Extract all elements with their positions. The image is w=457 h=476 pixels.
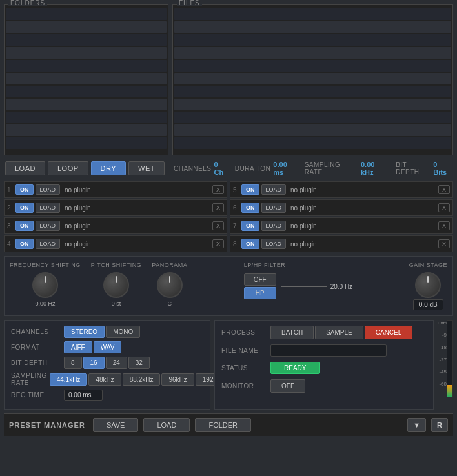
- batch-button[interactable]: BATCH: [270, 326, 314, 339]
- filter-freq-value: 20.0 Hz: [330, 283, 352, 290]
- preset-manager-label: PRESET MANAGER: [9, 421, 85, 429]
- dry-button[interactable]: DRY: [91, 161, 127, 175]
- transport-info: CHANNELS 0 Ch DURATION 0.00 ms SAMPLING …: [174, 161, 452, 176]
- load-button[interactable]: LOAD: [5, 161, 45, 175]
- bd-16-button[interactable]: 16: [83, 357, 105, 369]
- panorama-knob[interactable]: [157, 272, 183, 298]
- slot-x-8[interactable]: X: [438, 239, 450, 248]
- preset-folder-button[interactable]: FOLDER: [195, 418, 251, 432]
- freq-shift-knob[interactable]: [32, 272, 58, 298]
- list-item[interactable]: [174, 8, 451, 20]
- sr-882-button[interactable]: 88.2kHz: [123, 373, 161, 386]
- bd-24-button[interactable]: 24: [106, 357, 127, 369]
- aiff-button[interactable]: AIFF: [64, 341, 92, 353]
- slot-x-3[interactable]: X: [212, 221, 224, 230]
- list-item[interactable]: [6, 124, 167, 136]
- list-item[interactable]: [174, 34, 451, 46]
- filter-off-button[interactable]: OFF: [244, 273, 276, 286]
- list-item[interactable]: [174, 86, 451, 97]
- slot-load-2[interactable]: LOAD: [36, 203, 61, 213]
- list-item[interactable]: [6, 99, 167, 110]
- meter-label-over: over: [438, 320, 447, 326]
- slot-load-1[interactable]: LOAD: [36, 184, 61, 195]
- slot-on-2[interactable]: ON: [15, 203, 34, 213]
- slot-x-5[interactable]: X: [438, 185, 450, 194]
- filter-hp-button[interactable]: HP: [244, 287, 276, 299]
- channels-row-label: CHANNELS: [11, 328, 61, 335]
- list-item[interactable]: [174, 60, 451, 72]
- slot-on-6[interactable]: ON: [241, 203, 259, 213]
- mono-button[interactable]: MONO: [106, 326, 140, 338]
- list-item[interactable]: [174, 137, 451, 149]
- slot-num-7: 7: [233, 223, 239, 230]
- monitor-off-button[interactable]: OFF: [270, 379, 305, 393]
- preset-r-button[interactable]: R: [431, 418, 448, 432]
- preset-load-button[interactable]: LOAD: [143, 418, 190, 432]
- pitch-shift-knob[interactable]: [103, 272, 129, 298]
- sampling-rate-value: 0.00 kHz: [361, 161, 388, 176]
- list-item[interactable]: [6, 86, 167, 97]
- loop-button[interactable]: LOOP: [48, 161, 88, 175]
- list-item[interactable]: [6, 34, 167, 46]
- level-meter-container: over -9 -18 -27 -45 -60: [438, 320, 453, 410]
- monitor-label: MONITOR: [221, 382, 267, 390]
- slot-x-4[interactable]: X: [212, 239, 224, 248]
- slot-load-6[interactable]: LOAD: [261, 203, 287, 213]
- list-item[interactable]: [6, 112, 167, 123]
- slot-on-7[interactable]: ON: [241, 221, 259, 231]
- slot-x-2[interactable]: X: [212, 203, 224, 212]
- slot-x-7[interactable]: X: [438, 221, 450, 230]
- panorama-value: C: [168, 301, 172, 307]
- file-name-input[interactable]: [270, 344, 387, 357]
- file-name-label: FILE NAME: [221, 347, 267, 354]
- wav-button[interactable]: WAV: [94, 341, 122, 353]
- list-item[interactable]: [174, 21, 451, 33]
- sr-96-button[interactable]: 96kHz: [161, 373, 194, 386]
- slot-num-3: 3: [7, 223, 14, 230]
- slot-load-7[interactable]: LOAD: [261, 221, 287, 231]
- list-item[interactable]: [174, 73, 451, 84]
- slot-load-3[interactable]: LOAD: [36, 221, 61, 231]
- list-item[interactable]: [174, 99, 451, 110]
- slot-on-3[interactable]: ON: [15, 221, 34, 231]
- sampling-rate-info: SAMPLING RATE 0.00 kHz: [305, 161, 388, 176]
- status-ready-button[interactable]: READY: [270, 362, 320, 374]
- slot-on-5[interactable]: ON: [241, 184, 259, 195]
- process-row: PROCESS BATCH SAMPLE CANCEL: [221, 326, 427, 339]
- stereo-button[interactable]: STEREO: [64, 326, 105, 338]
- list-item[interactable]: [6, 47, 167, 59]
- bd-32-button[interactable]: 32: [128, 357, 150, 369]
- slot-on-1[interactable]: ON: [15, 184, 34, 195]
- list-item[interactable]: [174, 124, 451, 136]
- slot-load-5[interactable]: LOAD: [261, 184, 287, 195]
- list-item[interactable]: [174, 112, 451, 123]
- cancel-button[interactable]: CANCEL: [365, 326, 413, 339]
- slot-x-1[interactable]: X: [212, 185, 224, 194]
- sr-441-button[interactable]: 44.1kHz: [50, 373, 88, 386]
- gain-knob[interactable]: [415, 272, 441, 298]
- list-item[interactable]: [6, 21, 167, 33]
- list-item[interactable]: [6, 8, 167, 20]
- slot-load-8[interactable]: LOAD: [261, 239, 287, 249]
- sample-button[interactable]: SAMPLE: [315, 326, 363, 339]
- bd-8-button[interactable]: 8: [64, 357, 82, 369]
- list-item[interactable]: [6, 60, 167, 72]
- list-item[interactable]: [6, 137, 167, 149]
- list-item[interactable]: [6, 73, 167, 84]
- status-row: STATUS READY: [221, 362, 427, 374]
- sr-48-button[interactable]: 48kHz: [88, 373, 121, 386]
- preset-save-button[interactable]: SAVE: [93, 418, 139, 432]
- wet-button[interactable]: WET: [128, 161, 165, 175]
- rec-time-input[interactable]: [64, 390, 103, 401]
- slot-plugin-4: no plugin: [62, 241, 210, 248]
- bit-depth-info: BIT DEPTH 0 Bits: [396, 161, 452, 176]
- list-item[interactable]: [174, 47, 451, 59]
- slot-load-4[interactable]: LOAD: [36, 239, 61, 249]
- process-btn-group: BATCH SAMPLE CANCEL: [270, 326, 412, 339]
- slot-on-4[interactable]: ON: [15, 239, 34, 249]
- slot-row-2: 2 ON LOAD no plugin X: [4, 199, 227, 216]
- slot-on-8[interactable]: ON: [241, 239, 259, 249]
- preset-dropdown-button[interactable]: ▼: [407, 418, 426, 432]
- slot-x-6[interactable]: X: [438, 203, 450, 212]
- panorama-label: PANORAMA: [152, 262, 187, 268]
